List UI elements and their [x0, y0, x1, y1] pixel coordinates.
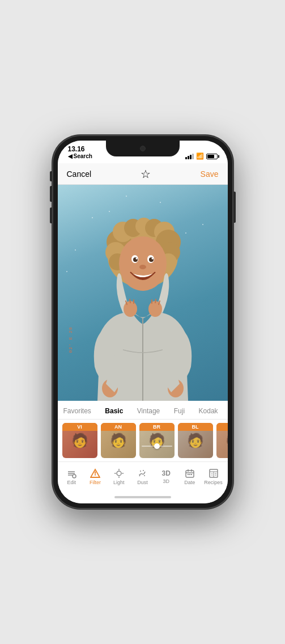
svg-rect-52 — [189, 474, 190, 475]
toolbar-edit-label: Edit — [67, 480, 76, 485]
toolbar-filter-label: Filter — [90, 480, 101, 485]
filter-bl-label: BL — [178, 423, 213, 431]
filter-br[interactable]: 🧑 BR — [139, 423, 175, 458]
dust-icon — [137, 468, 147, 478]
tab-chromatic[interactable]: Chromatic — [226, 407, 227, 415]
svg-point-38 — [117, 471, 121, 476]
3d-text-icon: 3D — [161, 469, 170, 477]
mute-button[interactable] — [50, 171, 52, 181]
back-navigation[interactable]: ◀ Search — [68, 153, 92, 160]
filter-vi[interactable]: 🧑 VI — [62, 423, 97, 458]
status-time: 13.16 — [68, 145, 85, 153]
svg-point-43 — [140, 471, 141, 472]
toolbar-dust[interactable]: Dust — [131, 468, 153, 485]
filter-mi-label: MI — [216, 423, 228, 431]
cancel-button[interactable]: Cancel — [67, 170, 92, 179]
filter-bl[interactable]: 🧑 BL — [178, 423, 213, 458]
home-indicator — [58, 491, 228, 503]
filter-category-tabs: Favorites Basic Vintage Fuji Kodak Chrom… — [58, 401, 228, 420]
toolbar-date-label: Date — [184, 480, 195, 485]
volume-up-button[interactable] — [50, 186, 52, 202]
filter-icon — [90, 468, 100, 478]
phone-frame: 13.16 ◀ Search 📶 — [52, 135, 233, 509]
light-icon — [114, 468, 124, 478]
notch — [106, 141, 180, 156]
save-button[interactable]: Save — [201, 170, 219, 179]
volume-down-button[interactable] — [50, 207, 52, 223]
tab-fuji[interactable]: Fuji — [168, 407, 190, 415]
toolbar-recipes[interactable]: Recipes — [203, 468, 224, 485]
home-bar — [114, 496, 171, 498]
toolbar-3d[interactable]: 3D 3D — [155, 469, 177, 484]
person-image — [80, 197, 205, 401]
svg-rect-53 — [191, 474, 192, 475]
wifi-icon: 📶 — [196, 152, 204, 160]
svg-point-24 — [148, 301, 162, 317]
svg-rect-51 — [188, 474, 189, 475]
toolbar-dust-label: Dust — [137, 480, 148, 485]
svg-point-37 — [95, 471, 96, 472]
tab-basic[interactable]: Basic — [99, 407, 129, 415]
date-icon — [185, 468, 195, 478]
filter-thumbnails: 🧑 VI 🧑 AN 🧑 BR — [58, 420, 228, 461]
svg-point-46 — [139, 474, 141, 475]
battery-fill — [207, 155, 214, 158]
filter-br-label: BR — [139, 423, 175, 431]
filter-br-slider — [142, 446, 172, 447]
signal-icon — [185, 154, 194, 159]
svg-point-23 — [124, 301, 137, 317]
svg-point-18 — [151, 258, 153, 260]
tab-kodak[interactable]: Kodak — [193, 407, 224, 415]
filter-an[interactable]: 🧑 AN — [101, 423, 136, 458]
speckle — [75, 249, 76, 251]
svg-point-44 — [144, 475, 145, 476]
speckle — [66, 271, 67, 272]
filter-mi[interactable]: 🧑 MI — [216, 423, 228, 458]
toolbar-edit[interactable]: Edit — [61, 468, 82, 485]
photo-background: 02' E 20 — [58, 185, 228, 401]
tab-vintage[interactable]: Vintage — [131, 407, 165, 415]
battery-icon — [206, 154, 218, 159]
toolbar-3d-label: 3D — [163, 478, 169, 484]
svg-point-45 — [143, 470, 144, 471]
filter-vi-label: VI — [62, 423, 97, 431]
toolbar-date[interactable]: Date — [179, 468, 201, 485]
front-camera — [140, 146, 146, 151]
toolbar-recipes-label: Recipes — [204, 480, 223, 485]
svg-point-34 — [73, 474, 76, 478]
notch-area: 13.16 ◀ Search 📶 — [58, 141, 228, 163]
back-label: Search — [74, 153, 92, 160]
star-button[interactable]: ☆ — [141, 167, 151, 181]
recipes-icon — [209, 468, 219, 478]
tab-favorites[interactable]: Favorites — [58, 407, 97, 415]
phone-screen: 13.16 ◀ Search 📶 — [58, 141, 228, 503]
filter-an-label: AN — [101, 423, 136, 431]
power-button[interactable] — [233, 192, 236, 223]
svg-point-19 — [139, 265, 146, 269]
nav-bar: Cancel ☆ Save — [58, 163, 228, 185]
photo-preview: 02' E 20 — [58, 185, 228, 401]
svg-line-29 — [155, 299, 156, 303]
toolbar-light-label: Light — [113, 480, 125, 485]
back-arrow: ◀ — [68, 153, 73, 160]
edit-icon — [66, 468, 76, 478]
status-right: 📶 — [185, 152, 218, 160]
bottom-toolbar: Edit Filter Light — [58, 461, 228, 491]
filter-br-slider-dot — [154, 443, 160, 449]
toolbar-light[interactable]: Light — [108, 468, 130, 485]
film-stamp: 02' E 20 — [67, 327, 73, 353]
svg-point-12 — [119, 236, 167, 291]
toolbar-filter[interactable]: Filter — [84, 468, 106, 485]
status-left: 13.16 ◀ Search — [68, 145, 92, 160]
svg-line-26 — [130, 299, 130, 303]
svg-point-17 — [135, 258, 137, 260]
